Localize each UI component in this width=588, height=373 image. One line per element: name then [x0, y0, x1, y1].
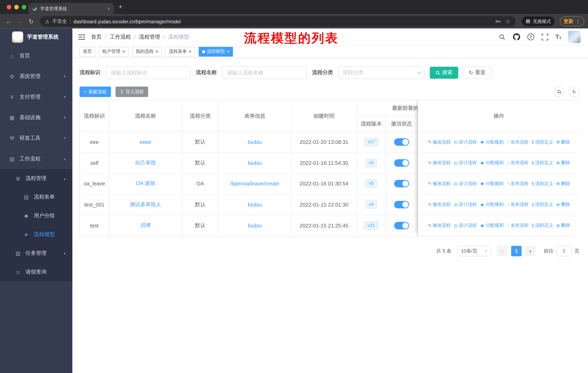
action-delete-link[interactable]: ⊗删除	[556, 201, 570, 208]
fullscreen-icon[interactable]	[541, 33, 549, 40]
process-name-link[interactable]: OA 请假	[136, 180, 155, 187]
reload-button[interactable]: ↻	[26, 18, 36, 25]
help-icon[interactable]: ?	[527, 33, 535, 40]
password-key-icon[interactable]	[495, 18, 501, 24]
tab-close-icon[interactable]: ×	[107, 6, 110, 12]
active-toggle[interactable]	[394, 138, 409, 146]
process-name-link[interactable]: 测试多审批人	[130, 201, 161, 208]
bookmark-star-icon[interactable]: ☆	[505, 18, 510, 25]
action-definition-link[interactable]: §流程定义	[532, 201, 553, 208]
active-toggle[interactable]	[394, 159, 409, 167]
action-publish-link[interactable]: ☝发布流程	[507, 139, 529, 145]
font-size-icon[interactable]: TT	[555, 34, 561, 40]
next-page-button[interactable]: ›	[525, 246, 536, 256]
action-assign-link[interactable]: ☻分配规则	[480, 181, 504, 187]
create-process-button[interactable]: + 新建流程	[79, 87, 111, 97]
action-definition-link[interactable]: §流程定义	[532, 139, 553, 145]
sidebar-item-user-group[interactable]: ☻ 用户分组	[0, 207, 72, 225]
action-design-link[interactable]: ◎设计流程	[454, 201, 477, 208]
update-chip[interactable]: 更新 ⋮	[560, 17, 584, 26]
search-icon[interactable]	[499, 33, 506, 40]
page-number-button[interactable]: 1	[511, 246, 522, 256]
process-name-link[interactable]: 滔博	[140, 222, 151, 229]
action-assign-link[interactable]: ☻分配规则	[480, 139, 504, 145]
action-edit-link[interactable]: ✎修改流程	[428, 222, 451, 229]
action-definition-link[interactable]: §流程定义	[532, 160, 553, 166]
goto-page-input[interactable]	[556, 246, 571, 256]
browser-tab[interactable]: 芋道管理系统 ×	[28, 3, 114, 14]
import-process-button[interactable]: ↥ 导入流程	[116, 87, 148, 97]
view-tag[interactable]: 流程模型 ×	[199, 47, 233, 56]
action-edit-link[interactable]: ✎修改流程	[428, 181, 451, 187]
active-toggle[interactable]	[394, 180, 409, 187]
action-publish-link[interactable]: ☝发布流程	[507, 160, 529, 166]
sidebar-item-leave-query[interactable]: ☺ 请假查询	[0, 263, 72, 281]
close-window-button[interactable]	[7, 5, 11, 10]
user-avatar[interactable]	[568, 31, 580, 43]
sidebar-item-workflow[interactable]: ▧ 工作流程 ▴	[0, 148, 72, 169]
forward-button[interactable]: →	[15, 18, 25, 25]
sidebar-item-system[interactable]: ⚙ 系统管理 ▾	[0, 66, 72, 87]
process-key-input[interactable]	[106, 66, 190, 79]
view-tag[interactable]: 首页	[79, 47, 95, 56]
view-tag[interactable]: 流程表单 ×	[166, 47, 195, 56]
form-info-link[interactable]: biubiu	[248, 139, 262, 145]
action-edit-link[interactable]: ✎修改流程	[428, 139, 451, 145]
action-design-link[interactable]: ◎设计流程	[454, 139, 477, 145]
minimize-window-button[interactable]	[14, 5, 19, 10]
process-name-link[interactable]: eeee	[140, 139, 151, 145]
active-toggle[interactable]	[394, 201, 409, 208]
action-publish-link[interactable]: ☝发布流程	[507, 201, 529, 208]
action-assign-link[interactable]: ☻分配规则	[480, 160, 504, 166]
form-info-link[interactable]: biubiu	[248, 160, 262, 166]
process-name-link[interactable]: 自己审批	[135, 160, 156, 166]
prev-page-button[interactable]: ‹	[497, 246, 508, 256]
sidebar-item-process-manage[interactable]: ≣ 流程管理 ▴	[0, 169, 72, 188]
breadcrumb-item[interactable]: 工作流程	[110, 33, 131, 40]
toggle-search-button[interactable]	[554, 87, 565, 97]
action-design-link[interactable]: ◎设计流程	[454, 181, 477, 187]
sidebar-item-infrastructure[interactable]: ▦ 基础设施 ▾	[0, 107, 72, 128]
action-design-link[interactable]: ◎设计流程	[454, 160, 477, 166]
tag-close-icon[interactable]: ×	[156, 49, 158, 54]
collapse-sidebar-icon[interactable]	[78, 33, 86, 40]
action-edit-link[interactable]: ✎修改流程	[428, 160, 451, 166]
address-bar[interactable]: ⚠ 不安全 dashboard.yudao.iocoder.cn/bpm/man…	[40, 16, 516, 27]
sidebar-item-home[interactable]: ⌂ 首页	[0, 45, 72, 66]
github-icon[interactable]	[513, 33, 520, 40]
breadcrumb-item[interactable]: 首页	[91, 33, 102, 40]
breadcrumb-item[interactable]: 流程管理	[139, 33, 160, 40]
action-definition-link[interactable]: §流程定义	[532, 181, 553, 187]
action-delete-link[interactable]: ⊗删除	[556, 222, 570, 229]
sidebar-item-devtools[interactable]: ⚒ 研发工具 ▾	[0, 128, 72, 148]
action-publish-link[interactable]: ☝发布流程	[507, 222, 529, 229]
action-assign-link[interactable]: ☻分配规则	[480, 201, 504, 208]
sidebar-item-process-model[interactable]: ➤ 流程模型	[0, 225, 72, 244]
action-design-link[interactable]: ◎设计流程	[454, 222, 477, 229]
tag-close-icon[interactable]: ×	[122, 49, 125, 54]
new-tab-button[interactable]: +	[118, 3, 123, 11]
sidebar-item-task-manage[interactable]: ▥ 任务管理 ▾	[0, 244, 72, 263]
tag-close-icon[interactable]: ×	[189, 49, 192, 54]
form-info-link[interactable]: /bpm/oa/leave/create	[230, 181, 279, 187]
form-info-link[interactable]: biubiu	[248, 202, 262, 207]
back-button[interactable]: ←	[4, 18, 13, 25]
reset-button[interactable]: ↻ 重置	[463, 67, 492, 79]
action-publish-link[interactable]: ☝发布流程	[507, 181, 529, 187]
sidebar-item-payment[interactable]: ¥ 支付管理 ▾	[0, 87, 72, 107]
page-size-select[interactable]: 10条/页 ▾	[458, 246, 491, 256]
category-select[interactable]: 流程分类 ▾	[338, 66, 424, 79]
menu-kebab-icon[interactable]: ⋮	[576, 19, 580, 24]
tag-close-icon[interactable]: ×	[227, 49, 230, 54]
action-delete-link[interactable]: ⊗删除	[556, 181, 570, 187]
process-name-input[interactable]	[222, 66, 307, 79]
search-button[interactable]: 搜索	[430, 67, 458, 79]
action-edit-link[interactable]: ✎修改流程	[428, 201, 451, 208]
zoom-window-button[interactable]	[22, 5, 26, 10]
view-tag[interactable]: 我的流程 ×	[132, 47, 162, 56]
view-tag[interactable]: 租户管理 ×	[99, 47, 128, 56]
refresh-table-button[interactable]: ↻	[569, 87, 579, 97]
action-assign-link[interactable]: ☻分配规则	[480, 222, 504, 229]
form-info-link[interactable]: biubiu	[248, 222, 262, 229]
active-toggle[interactable]	[394, 222, 409, 229]
